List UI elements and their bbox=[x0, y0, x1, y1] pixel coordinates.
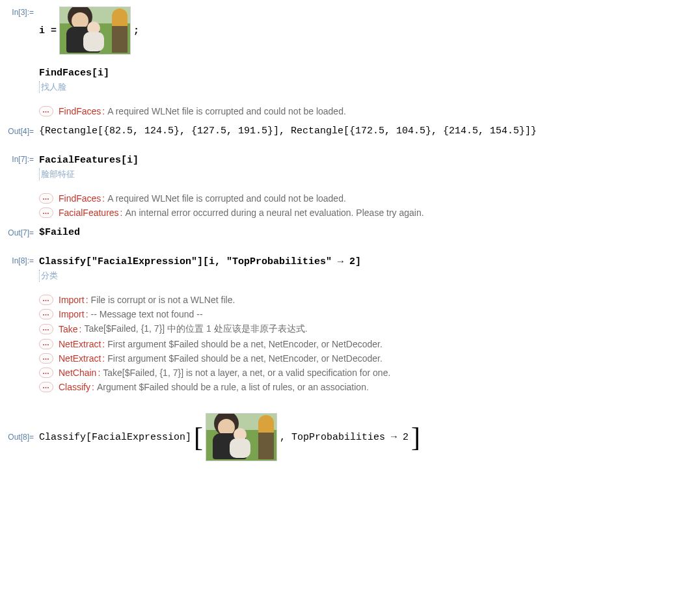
message-text: Take[$Failed, {1, 7}] is not a layer, a … bbox=[103, 368, 390, 378]
message-netextract-1: ••• NetExtract: First argument $Failed s… bbox=[39, 339, 698, 349]
output-label-4: Out[4]= bbox=[0, 126, 39, 136]
message-opener-icon[interactable]: ••• bbox=[39, 208, 53, 218]
input-label-3: In[3]:= bbox=[0, 7, 39, 17]
output-8: Classify[FacialExpression] [ , TopProbab… bbox=[39, 413, 420, 461]
message-text: An internal error occurred during a neur… bbox=[125, 208, 423, 218]
message-tag: NetChain bbox=[59, 368, 96, 378]
message-text: Take[$Failed, {1, 7}] 中的位置 1 处应该是非原子表达式. bbox=[84, 323, 307, 335]
image-thumbnail[interactable] bbox=[59, 7, 131, 55]
message-classify: ••• Classify: Argument $Failed should be… bbox=[39, 382, 698, 392]
message-text: File is corrupt or is not a WLNet file. bbox=[91, 295, 235, 305]
input-code-findfaces[interactable]: FindFaces[i] bbox=[39, 66, 698, 80]
output-4: {Rectangle[{82.5, 124.5}, {127.5, 191.5}… bbox=[39, 126, 698, 137]
message-opener-icon[interactable]: ••• bbox=[39, 295, 53, 305]
input-code-facialfeatures[interactable]: FacialFeatures[i] bbox=[39, 154, 698, 167]
message-text: A required WLNet file is corrupted and c… bbox=[107, 193, 346, 204]
input-code-assign[interactable]: i = ; bbox=[39, 7, 139, 55]
message-opener-icon[interactable]: ••• bbox=[39, 309, 53, 319]
message-tag: NetExtract bbox=[59, 353, 101, 364]
message-opener-icon[interactable]: ••• bbox=[39, 382, 53, 392]
message-take: ••• Take: Take[$Failed, {1, 7}] 中的位置 1 处… bbox=[39, 323, 698, 335]
message-opener-icon[interactable]: ••• bbox=[39, 193, 53, 204]
message-tag: FindFaces bbox=[59, 106, 101, 116]
input-label-8: In[8]:= bbox=[0, 255, 39, 265]
message-text: First argument $Failed should be a net, … bbox=[107, 353, 383, 364]
message-text: -- Message text not found -- bbox=[91, 309, 203, 319]
message-netextract-2: ••• NetExtract: First argument $Failed s… bbox=[39, 353, 698, 364]
output-7: $Failed bbox=[39, 227, 698, 238]
message-opener-icon[interactable]: ••• bbox=[39, 106, 53, 116]
out8-prefix: Classify[FacialExpression] bbox=[39, 432, 191, 443]
message-tag: Take bbox=[59, 324, 78, 334]
output-label-7: Out[7]= bbox=[0, 227, 39, 237]
message-tag: Import bbox=[59, 295, 85, 305]
left-bracket-icon: [ bbox=[194, 431, 203, 444]
message-findfaces-2: ••• FindFaces: A required WLNet file is … bbox=[39, 193, 698, 204]
message-opener-icon[interactable]: ••• bbox=[39, 353, 53, 364]
message-tag: Classify bbox=[59, 382, 90, 392]
message-netchain: ••• NetChain: Take[$Failed, {1, 7}] is n… bbox=[39, 368, 698, 378]
message-text: Argument $Failed should be a rule, a lis… bbox=[97, 382, 369, 392]
message-tag: FindFaces bbox=[59, 193, 101, 204]
message-tag: FacialFeatures bbox=[59, 208, 119, 218]
annotation-findfaces: 找人脸 bbox=[39, 81, 66, 93]
message-findfaces-1: ••• FindFaces: A required WLNet file is … bbox=[39, 106, 698, 116]
message-text: First argument $Failed should be a net, … bbox=[107, 339, 383, 349]
output-label-8: Out[8]= bbox=[0, 433, 39, 442]
message-text: A required WLNet file is corrupted and c… bbox=[107, 106, 346, 116]
message-opener-icon[interactable]: ••• bbox=[39, 368, 53, 378]
message-opener-icon[interactable]: ••• bbox=[39, 339, 53, 349]
right-bracket-icon: ] bbox=[411, 431, 420, 444]
message-tag: Import bbox=[59, 309, 85, 319]
input-label-7: In[7]:= bbox=[0, 154, 39, 164]
code-suffix: ; bbox=[133, 24, 139, 38]
message-tag: NetExtract bbox=[59, 339, 101, 349]
message-opener-icon[interactable]: ••• bbox=[39, 324, 53, 334]
annotation-facialfeatures: 脸部特征 bbox=[39, 168, 75, 180]
input-code-classify[interactable]: Classify["FacialExpression"][i, "TopProb… bbox=[39, 255, 698, 269]
message-import-1: ••• Import: File is corrupt or is not a … bbox=[39, 295, 698, 305]
message-facialfeatures: ••• FacialFeatures: An internal error oc… bbox=[39, 208, 698, 218]
out8-mid: , TopProbabilities → 2 bbox=[280, 432, 409, 443]
annotation-classify: 分类 bbox=[39, 270, 58, 282]
image-thumbnail-out[interactable] bbox=[206, 413, 277, 461]
code-prefix: i = bbox=[39, 24, 57, 38]
message-import-2: ••• Import: -- Message text not found -- bbox=[39, 309, 698, 319]
